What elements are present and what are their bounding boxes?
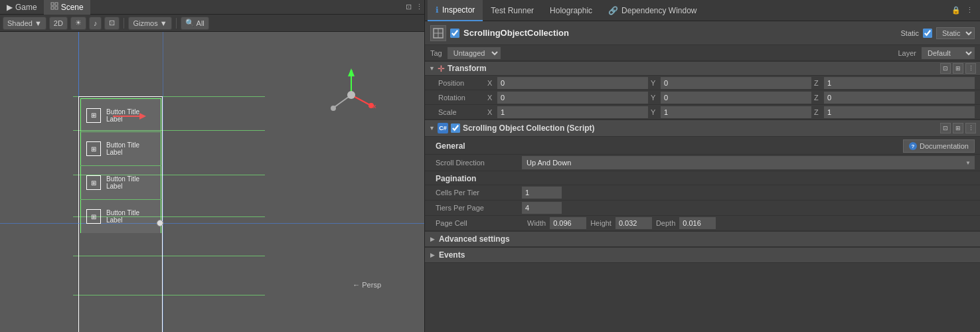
static-checkbox[interactable] — [923, 29, 932, 38]
search-btn[interactable]: 🔍 All — [181, 17, 209, 30]
scroll-direction-dropdown[interactable]: Up And Down Left And Right — [522, 156, 975, 169]
script-align-btn[interactable]: ⊞ — [953, 123, 963, 133]
tab-dependency-label: Dependency Window — [621, 6, 696, 15]
tiers-per-page-input[interactable] — [522, 202, 562, 214]
tab-test-runner[interactable]: Test Runner — [483, 0, 542, 21]
list-item: ⊞ Button Title Label — [80, 166, 161, 199]
h-guide-blue — [0, 223, 424, 224]
gizmos-dropdown[interactable]: Gizmos ▼ — [128, 17, 171, 30]
layer-label: Layer — [898, 49, 916, 57]
effects-btn[interactable]: ⊡ — [104, 17, 120, 30]
list-item: ⊞ Button Title Label — [80, 200, 161, 233]
rotation-z-axis: Z — [814, 94, 822, 102]
guide-line-center — [163, 32, 163, 332]
script-title: Scrolling Object Collection (Script) — [463, 124, 938, 133]
svg-point-13 — [331, 106, 336, 111]
transform-copy-btn[interactable]: ⊡ — [940, 63, 951, 74]
shaded-dropdown[interactable]: Shaded ▼ — [3, 17, 46, 30]
tab-scene[interactable]: Scene — [44, 0, 90, 15]
shaded-chevron-icon: ▼ — [35, 19, 42, 27]
tag-layer-row: Tag Untagged Layer Default — [425, 45, 980, 61]
list-item: ⊞ Button Title Label — [80, 132, 161, 165]
cells-per-tier-input[interactable] — [522, 187, 562, 199]
scale-y-input[interactable] — [661, 106, 811, 118]
position-row: Position X Y Z — [425, 76, 980, 90]
position-y-input[interactable] — [661, 77, 811, 89]
position-z-input[interactable] — [824, 77, 975, 89]
script-expand-icon: ▼ — [429, 125, 435, 131]
speaker-icon: ♪ — [94, 19, 98, 27]
script-menu-btn[interactable]: ⋮ — [965, 123, 976, 133]
guide-line-left — [78, 32, 79, 332]
position-x-input[interactable] — [497, 77, 648, 89]
separator — [80, 165, 161, 166]
scale-x-input[interactable] — [497, 106, 648, 118]
script-active-checkbox[interactable] — [451, 124, 460, 133]
item-label: Button Title Label — [106, 175, 155, 190]
tab-game[interactable]: ▶ Game — [0, 0, 44, 15]
scale-z-input[interactable] — [824, 106, 975, 118]
scene-panel: ▶ Game Scene ⊡ ⋮ Shaded ▼ 2D — [0, 0, 425, 332]
lighting-btn[interactable]: ☀ — [70, 17, 86, 30]
transform-section-header[interactable]: ▼ ✛ Transform ⊡ ⊞ ⋮ — [425, 61, 980, 76]
perspective-label: ← Persp — [353, 281, 381, 289]
script-copy-btn[interactable]: ⊡ — [940, 123, 951, 133]
general-title: General — [436, 141, 903, 151]
svg-rect-3 — [55, 7, 58, 9]
tag-dropdown[interactable]: Untagged — [448, 47, 501, 59]
rotation-z-input[interactable] — [824, 92, 975, 104]
scene-toolbar: Shaded ▼ 2D ☀ ♪ ⊡ Gizmos ▼ 🔍 All — [0, 15, 424, 32]
move-handle-x[interactable] — [113, 110, 146, 124]
separator — [80, 131, 161, 132]
scene-viewport[interactable]: ⊞ Button Title Label ⊞ Button Title Labe… — [0, 32, 424, 332]
advanced-expand-icon: ▶ — [430, 236, 435, 242]
depth-label: Depth — [656, 219, 675, 227]
width-input[interactable] — [550, 217, 586, 229]
audio-btn[interactable]: ♪ — [89, 17, 102, 30]
gameobject-active-checkbox[interactable] — [450, 29, 459, 38]
rotation-y-input[interactable] — [661, 92, 811, 104]
layer-dropdown[interactable]: Default — [922, 47, 975, 59]
scale-z-axis: Z — [814, 108, 822, 116]
gizmo-widget[interactable]: z x — [325, 68, 378, 122]
tab-inspector[interactable]: ℹ Inspector — [428, 0, 483, 21]
tab-holographic[interactable]: Holographic — [542, 0, 600, 21]
tab-inspector-label: Inspector — [442, 5, 475, 15]
tab-bar: ▶ Game Scene ⊡ ⋮ — [0, 0, 424, 15]
tab-dependency-window[interactable]: 🔗 Dependency Window — [600, 0, 704, 21]
tag-label: Tag — [430, 49, 442, 57]
rotation-row: Rotation X Y Z — [425, 90, 980, 105]
separator-2 — [176, 18, 177, 29]
2d-btn[interactable]: 2D — [49, 17, 68, 30]
tab-test-runner-label: Test Runner — [491, 6, 534, 15]
rotation-x-input[interactable] — [497, 92, 648, 104]
transform-title: Transform — [448, 64, 487, 73]
scale-x-axis: X — [487, 108, 495, 116]
item-label: Button Title Label — [106, 141, 155, 156]
depth-input[interactable] — [679, 217, 716, 229]
transform-color-icon: ✛ — [438, 64, 445, 74]
svg-point-14 — [347, 91, 355, 99]
sun-icon: ☀ — [75, 19, 82, 27]
svg-text:z: z — [350, 68, 353, 75]
handle-dot[interactable] — [157, 220, 163, 226]
height-input[interactable] — [615, 217, 652, 229]
static-dropdown[interactable]: Static — [936, 27, 975, 39]
item-icon: ⊞ — [86, 141, 101, 156]
tab-scene-label: Scene — [61, 3, 84, 12]
shaded-label: Shaded — [7, 19, 33, 27]
transform-menu-btn[interactable]: ⋮ — [965, 63, 976, 74]
documentation-button[interactable]: ? Documentation — [903, 139, 975, 153]
options-btn[interactable]: ⋮ — [414, 2, 424, 13]
advanced-settings-title: Advanced settings — [439, 234, 510, 244]
lock-icon[interactable]: 🔒 — [951, 5, 961, 16]
item-icon: ⊞ — [86, 209, 101, 224]
inspector-scroll-area[interactable]: ▼ ✛ Transform ⊡ ⊞ ⋮ Position X Y — [425, 61, 980, 332]
script-section-header[interactable]: ▼ C# Scrolling Object Collection (Script… — [425, 120, 980, 137]
maximize-btn[interactable]: ⊡ — [403, 2, 414, 13]
transform-align-btn[interactable]: ⊞ — [953, 63, 963, 74]
gameobject-icon — [430, 25, 446, 41]
advanced-settings-row[interactable]: ▶ Advanced settings — [425, 231, 980, 247]
events-row[interactable]: ▶ Events — [425, 247, 980, 263]
panel-options-btn[interactable]: ⋮ — [964, 5, 975, 16]
